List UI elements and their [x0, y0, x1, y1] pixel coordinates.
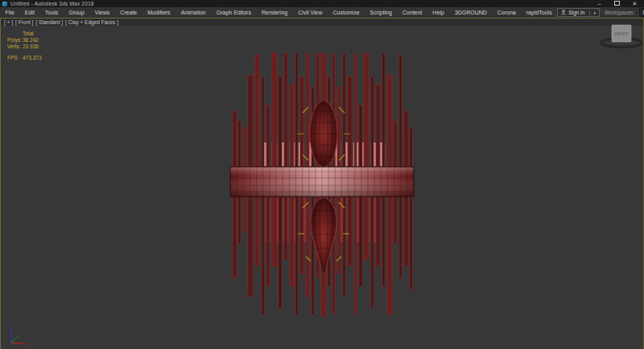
stats-rows: Polys:38 242Verts:23 936	[7, 37, 42, 50]
viewport-label-segment-3[interactable]: [ Clay + Edged Faces ]	[65, 19, 118, 25]
menu-item-civil-view[interactable]: Civil View	[293, 10, 328, 15]
axis-z-label: z	[8, 325, 10, 330]
viewport-label-segment-2[interactable]: [ Standard ]	[35, 19, 63, 25]
menu-bar: FileEditToolsGroupViewsCreateModifiersAn…	[0, 7, 644, 18]
viewport-label-segment-1[interactable]: [ Front ]	[15, 19, 33, 25]
3dsmax-app-icon[interactable]	[2, 2, 7, 6]
menu-item-modifiers[interactable]: Modifiers	[142, 10, 175, 15]
menu-items: FileEditToolsGroupViewsCreateModifiersAn…	[0, 7, 557, 18]
menu-item-rendering[interactable]: Rendering	[256, 10, 292, 15]
menu-item-customize[interactable]: Customize	[328, 10, 365, 15]
axis-x-label: x	[27, 342, 29, 347]
minimize-button[interactable]: –	[596, 0, 603, 7]
maximize-icon	[614, 1, 620, 6]
sign-in-label: Sign In	[568, 10, 584, 15]
menu-item-animation[interactable]: Animation	[175, 10, 211, 15]
fps-label: FPS:	[7, 55, 23, 61]
scene-center-band[interactable]	[230, 167, 414, 197]
workspaces-dropdown[interactable]: Default ▾	[639, 8, 644, 17]
stats-header: Total	[23, 31, 42, 37]
menu-item-scripting[interactable]: Scripting	[365, 10, 397, 15]
window-title: Untitled - Autodesk 3ds Max 2018	[10, 0, 94, 7]
viewport-statistics: Total Polys:38 242Verts:23 936 FPS: 473,…	[7, 31, 42, 61]
title-bar: Untitled - Autodesk 3ds Max 2018 – ✕	[0, 0, 644, 7]
sign-in-button[interactable]: Sign In ▾	[557, 8, 600, 17]
close-button[interactable]: ✕	[631, 0, 638, 7]
scene-finial-top[interactable]	[310, 101, 337, 167]
axis-y-label: y	[17, 334, 19, 339]
world-axis-gizmo: xyz	[8, 325, 29, 347]
menu-item-tools[interactable]: Tools	[39, 10, 63, 15]
fps-value: 473,373	[23, 55, 42, 61]
workspaces-label: Workspaces:	[605, 10, 634, 15]
stat-row: Verts:23 936	[7, 44, 42, 50]
viewcube[interactable]: FRONT	[601, 25, 642, 48]
menubar-right-cluster: Sign In ▾ Workspaces: Default ▾	[557, 8, 644, 17]
menu-item-file[interactable]: File	[0, 10, 19, 15]
menu-item-edit[interactable]: Edit	[19, 10, 39, 15]
menu-item-corona[interactable]: Corona	[492, 10, 521, 15]
viewport-label-segment-0[interactable]: [ + ]	[4, 19, 13, 25]
menu-item-help[interactable]: Help	[427, 10, 449, 15]
stat-row: Polys:38 242	[7, 37, 42, 44]
user-icon	[561, 10, 566, 15]
axis-y-line	[11, 339, 15, 343]
viewport-label: [ + ][ Front ][ Standard ][ Clay + Edged…	[4, 19, 118, 25]
3dsmax-window: { "window": { "title": "Untitled - Autod…	[0, 0, 644, 349]
maximize-button[interactable]	[613, 0, 621, 7]
viewcube-front-face[interactable]: FRONT	[614, 31, 628, 36]
menu-item-rapidtools[interactable]: rapidTools	[521, 10, 557, 15]
menu-item-3dground[interactable]: 3DGROUND	[449, 10, 492, 15]
stats-fps-row: FPS: 473,373	[7, 55, 42, 61]
scene-svg[interactable]: FRONTxyz	[0, 18, 644, 349]
window-controls: – ✕	[596, 0, 644, 7]
viewport-front[interactable]: FRONTxyz [ + ][ Front ][ Standard ][ Cla…	[0, 18, 644, 349]
menu-item-views[interactable]: Views	[89, 10, 115, 15]
menu-item-content[interactable]: Content	[397, 10, 427, 15]
menu-item-create[interactable]: Create	[115, 10, 142, 15]
menu-item-group[interactable]: Group	[64, 10, 89, 15]
sign-in-caret-icon: ▾	[589, 10, 596, 15]
menu-item-graph-editors[interactable]: Graph Editors	[211, 10, 256, 15]
